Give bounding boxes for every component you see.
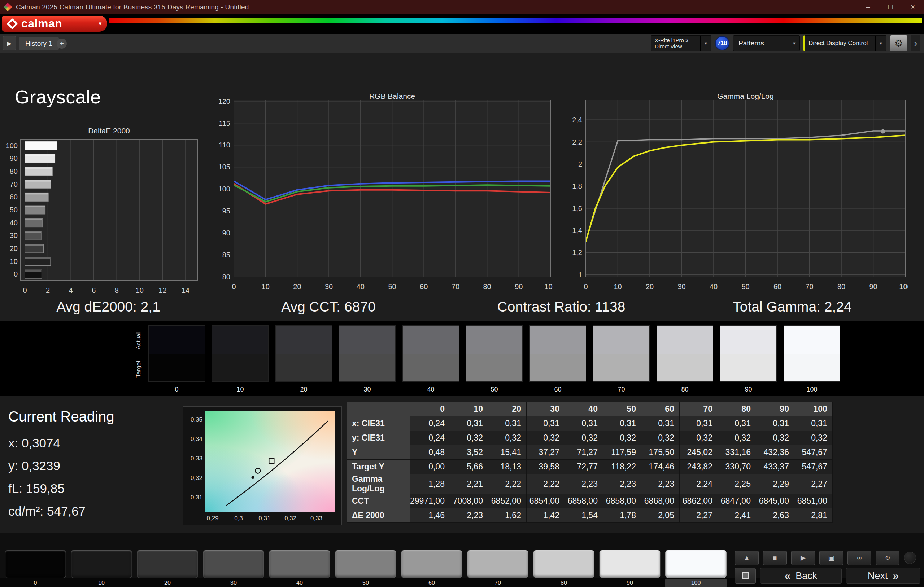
chevron-right-icon: › [914,38,917,49]
svg-text:2: 2 [46,286,50,294]
gray-swatch-60: 60 [530,326,586,381]
table-cell: 175,50 [641,445,679,460]
patch-button-40[interactable] [269,550,330,578]
table-cell: 71,27 [564,445,603,460]
stat-avg-cct: Avg CCT: 6870 [234,299,422,317]
current-reading-title: Current Reading [8,408,114,425]
table-cell: 29971,00 [410,494,450,508]
table-cell: 2,21 [450,474,488,494]
patch-button-90[interactable] [599,550,660,578]
gray-swatch-50: 50 [466,326,522,381]
chevron-down-icon[interactable]: ▼ [875,36,886,51]
play-button[interactable]: ▶ [791,551,815,565]
collapse-panel-button[interactable]: › [911,35,921,51]
patch-level-label: 0 [5,579,66,587]
pattern-window-button[interactable] [735,568,756,584]
svg-text:100: 100 [6,142,18,150]
patch-button-100[interactable] [665,550,726,578]
tab-history-1[interactable]: History 1 [19,37,59,51]
patch-button-10[interactable] [71,550,132,578]
cie-y-tick: 0,33 [183,455,203,462]
swatch-target [403,354,459,381]
grayscale-data-table: 0102030405060708090100x: CIE310,240,310,… [346,402,833,523]
patch-button-70[interactable] [467,550,528,578]
loop-icon: ∞ [857,554,862,562]
meter-mode: Direct View [655,43,700,49]
patch-button-80[interactable] [533,550,594,578]
back-button[interactable]: « Back [760,568,842,584]
patch-level-label: 40 [269,579,330,587]
loop-button[interactable]: ∞ [848,551,871,565]
table-cell: 433,37 [756,460,794,474]
svg-text:90: 90 [222,229,230,237]
cie-y-tick: 0,32 [183,475,203,482]
display-control-dropdown[interactable]: Direct Display Control ▼ [804,35,886,51]
stop-icon: ■ [773,554,777,562]
table-row: Target Y0,005,6618,1339,5872,77118,22174… [347,460,833,474]
settings-button[interactable]: ⚙ [890,35,908,51]
svg-text:50: 50 [388,283,396,291]
stat-total-gamma: Total Gamma: 2,24 [696,299,888,317]
patch-button-0[interactable] [5,550,66,578]
swatch-row-label-actual: Actual [135,327,144,355]
add-tab-button[interactable]: + [57,39,67,49]
pattern-up-button[interactable]: ▲ [735,551,759,565]
patch-button-20[interactable] [137,550,198,578]
swatch-actual [657,326,713,354]
svg-text:12: 12 [158,286,167,294]
svg-text:0: 0 [584,283,587,291]
cie-chart-panel: 0,350,340,330,320,310,290,30,310,320,33 [183,406,342,525]
meter-dropdown[interactable]: X-Rite i1Pro 3 Direct View ▼ [651,35,711,51]
record-indicator[interactable] [904,552,916,564]
refresh-icon: ↻ [884,554,890,562]
patch-button-50[interactable] [335,550,396,578]
svg-text:100: 100 [218,185,230,193]
svg-text:2: 2 [578,160,582,168]
swatch-target [339,354,395,381]
swatch-label: 100 [784,386,840,393]
table-cell: 6854,00 [526,494,564,508]
save-button[interactable]: ▣ [819,551,843,565]
patch-level-label: 80 [533,579,594,587]
table-cell: 2,41 [718,508,756,523]
panel-expander-button[interactable]: ▶ [3,36,16,51]
maximize-button[interactable]: □ [879,0,902,14]
swatch-label: 80 [657,386,713,393]
svg-text:60: 60 [774,283,781,291]
calman-menu-arrow-icon[interactable]: ▼ [93,15,107,32]
table-cell: 0,00 [410,460,450,474]
chevron-down-icon[interactable]: ▼ [789,36,799,51]
swatch-target [212,354,268,381]
table-cell: 2,24 [679,474,718,494]
gray-swatch-20: 20 [276,326,332,381]
gray-swatch-40: 40 [403,326,459,381]
patch-level-label: 20 [137,579,198,587]
table-cell: 2,23 [603,474,641,494]
close-button[interactable]: × [902,0,924,14]
patterns-dropdown[interactable]: Patterns ▼ [733,35,800,51]
table-cell: 0,32 [679,431,718,445]
next-button[interactable]: Next » [846,568,921,584]
patch-button-30[interactable] [203,550,264,578]
svg-text:100: 100 [899,283,908,291]
main-chart-area: Grayscale DeltaE 2000 RGB Balance Gamma … [0,53,924,321]
patch-button-60[interactable] [401,550,462,578]
refresh-button[interactable]: ↻ [876,551,899,565]
svg-text:80: 80 [837,283,845,291]
table-cell: 0,32 [488,431,526,445]
app-logo-icon [3,3,12,11]
stop-button[interactable]: ■ [763,551,787,565]
meter-count-badge[interactable]: 718 [715,36,729,51]
calman-menu-button[interactable]: calman ▼ [2,15,107,32]
table-cell: 39,58 [526,460,564,474]
chevron-down-icon[interactable]: ▼ [700,36,711,51]
table-cell: 0,31 [564,416,603,431]
table-cell: 2,23 [564,474,603,494]
table-cell: 0,24 [410,416,450,431]
minimize-button[interactable]: – [857,0,879,14]
table-column-header: 10 [450,402,488,416]
brand-bar: calman ▼ [0,14,924,33]
svg-text:40: 40 [710,283,718,291]
reading-x: x: 0,3074 [8,432,86,454]
cie-y-tick: 0,34 [183,436,203,443]
